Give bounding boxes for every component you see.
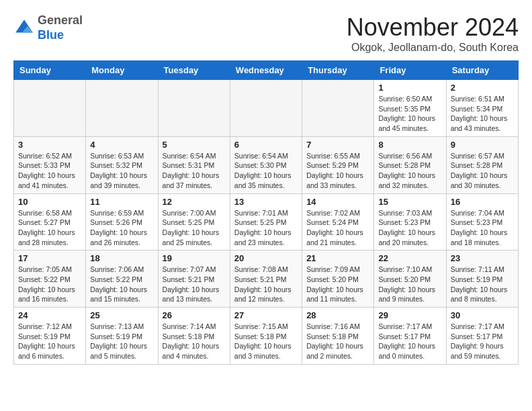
day-number: 15 [378,197,441,207]
day-number: 24 [18,310,81,320]
calendar-day [230,80,302,137]
day-info: Sunrise: 6:56 AMSunset: 5:28 PMDaylight:… [378,152,435,189]
calendar-day: 29 Sunrise: 7:17 AMSunset: 5:17 PMDaylig… [374,308,446,365]
page-header: General Blue November 2024 Okgok, Jeolla… [13,13,519,54]
day-number: 5 [163,140,226,150]
day-number: 21 [306,253,369,263]
weekday-header-row: SundayMondayTuesdayWednesdayThursdayFrid… [14,61,519,80]
day-number: 11 [90,197,153,207]
calendar-day [86,80,158,137]
day-number: 22 [378,253,441,263]
calendar-day: 7 Sunrise: 6:55 AMSunset: 5:29 PMDayligh… [302,136,374,193]
day-info: Sunrise: 7:01 AMSunset: 5:25 PMDaylight:… [234,209,292,246]
day-info: Sunrise: 7:10 AMSunset: 5:20 PMDaylight:… [378,265,435,303]
calendar-day: 12 Sunrise: 7:00 AMSunset: 5:25 PMDaylig… [158,193,230,250]
day-info: Sunrise: 7:05 AMSunset: 5:22 PMDaylight:… [18,265,75,303]
calendar-day: 20 Sunrise: 7:08 AMSunset: 5:21 PMDaylig… [230,250,302,308]
calendar-week-1: 1 Sunrise: 6:50 AMSunset: 5:35 PMDayligh… [14,80,519,137]
logo-blue-text: Blue [38,28,64,42]
weekday-header-monday: Monday [86,61,158,80]
calendar-day: 18 Sunrise: 7:06 AMSunset: 5:22 PMDaylig… [86,250,158,308]
day-info: Sunrise: 6:53 AMSunset: 5:32 PMDaylight:… [90,152,147,189]
day-number: 3 [18,140,81,150]
day-number: 29 [378,310,441,320]
day-info: Sunrise: 6:51 AMSunset: 5:34 PMDaylight:… [451,95,508,132]
day-number: 6 [234,140,298,150]
day-info: Sunrise: 6:54 AMSunset: 5:30 PMDaylight:… [234,152,292,189]
day-info: Sunrise: 7:11 AMSunset: 5:19 PMDaylight:… [451,265,508,303]
calendar-day: 17 Sunrise: 7:05 AMSunset: 5:22 PMDaylig… [14,250,86,308]
calendar-day: 19 Sunrise: 7:07 AMSunset: 5:21 PMDaylig… [158,250,230,308]
calendar-day: 10 Sunrise: 6:58 AMSunset: 5:27 PMDaylig… [14,193,86,250]
day-info: Sunrise: 6:50 AMSunset: 5:35 PMDaylight:… [378,95,435,132]
calendar-day: 21 Sunrise: 7:09 AMSunset: 5:20 PMDaylig… [302,250,374,308]
calendar-day: 23 Sunrise: 7:11 AMSunset: 5:19 PMDaylig… [446,250,518,308]
day-number: 7 [306,140,369,150]
day-number: 20 [234,253,298,263]
logo[interactable]: General Blue [13,13,83,42]
calendar-day: 8 Sunrise: 6:56 AMSunset: 5:28 PMDayligh… [374,136,446,193]
calendar-day: 2 Sunrise: 6:51 AMSunset: 5:34 PMDayligh… [446,80,518,137]
calendar-day [302,80,374,137]
day-info: Sunrise: 6:55 AMSunset: 5:29 PMDaylight:… [306,152,363,189]
calendar-table: SundayMondayTuesdayWednesdayThursdayFrid… [13,60,519,365]
day-info: Sunrise: 7:06 AMSunset: 5:22 PMDaylight:… [90,265,147,303]
day-info: Sunrise: 6:54 AMSunset: 5:31 PMDaylight:… [163,152,220,189]
calendar-week-3: 10 Sunrise: 6:58 AMSunset: 5:27 PMDaylig… [14,193,519,250]
day-info: Sunrise: 7:14 AMSunset: 5:18 PMDaylight:… [163,322,220,360]
day-info: Sunrise: 7:03 AMSunset: 5:23 PMDaylight:… [378,209,435,246]
day-number: 28 [306,310,369,320]
calendar-day: 22 Sunrise: 7:10 AMSunset: 5:20 PMDaylig… [374,250,446,308]
day-number: 27 [234,310,298,320]
day-info: Sunrise: 7:09 AMSunset: 5:20 PMDaylight:… [306,265,363,303]
day-number: 10 [18,197,81,207]
day-number: 13 [234,197,298,207]
calendar-day: 24 Sunrise: 7:12 AMSunset: 5:19 PMDaylig… [14,308,86,365]
day-info: Sunrise: 6:59 AMSunset: 5:26 PMDaylight:… [90,209,147,246]
weekday-header-sunday: Sunday [14,61,86,80]
day-number: 30 [451,310,514,320]
weekday-header-saturday: Saturday [446,61,518,80]
day-number: 9 [451,140,514,150]
day-number: 2 [451,83,514,93]
day-info: Sunrise: 7:17 AMSunset: 5:17 PMDaylight:… [451,322,504,360]
day-info: Sunrise: 6:52 AMSunset: 5:33 PMDaylight:… [18,152,75,189]
calendar-day: 25 Sunrise: 7:13 AMSunset: 5:19 PMDaylig… [86,308,158,365]
day-number: 23 [451,253,514,263]
day-number: 12 [163,197,226,207]
weekday-header-wednesday: Wednesday [230,61,302,80]
day-number: 25 [90,310,153,320]
calendar-day: 14 Sunrise: 7:02 AMSunset: 5:24 PMDaylig… [302,193,374,250]
day-number: 18 [90,253,153,263]
day-number: 26 [163,310,226,320]
day-info: Sunrise: 6:58 AMSunset: 5:27 PMDaylight:… [18,209,75,246]
day-number: 16 [451,197,514,207]
calendar-day: 26 Sunrise: 7:14 AMSunset: 5:18 PMDaylig… [158,308,230,365]
calendar-day: 30 Sunrise: 7:17 AMSunset: 5:17 PMDaylig… [446,308,518,365]
calendar-day: 28 Sunrise: 7:16 AMSunset: 5:18 PMDaylig… [302,308,374,365]
title-section: November 2024 Okgok, Jeollanam-do, South… [347,13,519,54]
day-info: Sunrise: 7:12 AMSunset: 5:19 PMDaylight:… [18,322,75,360]
day-info: Sunrise: 7:15 AMSunset: 5:18 PMDaylight:… [234,322,292,360]
calendar-day: 5 Sunrise: 6:54 AMSunset: 5:31 PMDayligh… [158,136,230,193]
calendar-day: 9 Sunrise: 6:57 AMSunset: 5:28 PMDayligh… [446,136,518,193]
day-info: Sunrise: 7:16 AMSunset: 5:18 PMDaylight:… [306,322,363,360]
day-number: 19 [163,253,226,263]
day-number: 1 [378,83,441,93]
day-info: Sunrise: 7:08 AMSunset: 5:21 PMDaylight:… [234,265,292,303]
day-info: Sunrise: 7:00 AMSunset: 5:25 PMDaylight:… [163,209,220,246]
day-info: Sunrise: 6:57 AMSunset: 5:28 PMDaylight:… [451,152,508,189]
calendar-day: 16 Sunrise: 7:04 AMSunset: 5:23 PMDaylig… [446,193,518,250]
day-number: 14 [306,197,369,207]
calendar-day: 13 Sunrise: 7:01 AMSunset: 5:25 PMDaylig… [230,193,302,250]
calendar-day: 6 Sunrise: 6:54 AMSunset: 5:30 PMDayligh… [230,136,302,193]
calendar-week-5: 24 Sunrise: 7:12 AMSunset: 5:19 PMDaylig… [14,308,519,365]
day-number: 8 [378,140,441,150]
day-info: Sunrise: 7:04 AMSunset: 5:23 PMDaylight:… [451,209,508,246]
calendar-week-2: 3 Sunrise: 6:52 AMSunset: 5:33 PMDayligh… [14,136,519,193]
calendar-day [158,80,230,137]
month-title: November 2024 [347,13,519,42]
day-info: Sunrise: 7:13 AMSunset: 5:19 PMDaylight:… [90,322,147,360]
weekday-header-tuesday: Tuesday [158,61,230,80]
location-text: Okgok, Jeollanam-do, South Korea [347,42,519,54]
